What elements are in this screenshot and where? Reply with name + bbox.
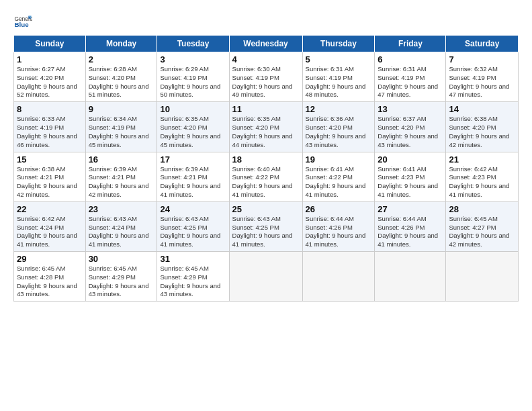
day-number: 26 — [306, 204, 372, 214]
day-detail: Sunrise: 6:44 AM Sunset: 4:26 PM Dayligh… — [378, 215, 438, 248]
calendar-cell: 20Sunrise: 6:41 AM Sunset: 4:23 PM Dayli… — [375, 152, 446, 201]
day-detail: Sunrise: 6:40 AM Sunset: 4:22 PM Dayligh… — [232, 165, 293, 198]
day-number: 11 — [232, 104, 300, 114]
day-detail: Sunrise: 6:38 AM Sunset: 4:20 PM Dayligh… — [449, 115, 509, 148]
day-number: 2 — [89, 54, 154, 64]
calendar-cell: 31Sunrise: 6:45 AM Sunset: 4:29 PM Dayli… — [157, 252, 229, 302]
day-detail: Sunrise: 6:43 AM Sunset: 4:25 PM Dayligh… — [160, 215, 220, 248]
calendar-cell: 11Sunrise: 6:35 AM Sunset: 4:20 PM Dayli… — [229, 102, 302, 152]
calendar-cell: 23Sunrise: 6:43 AM Sunset: 4:24 PM Dayli… — [85, 201, 157, 251]
calendar-cell: 22Sunrise: 6:42 AM Sunset: 4:24 PM Dayli… — [14, 201, 86, 251]
day-number: 4 — [232, 54, 300, 64]
calendar-cell: 14Sunrise: 6:38 AM Sunset: 4:20 PM Dayli… — [446, 102, 519, 152]
day-detail: Sunrise: 6:29 AM Sunset: 4:19 PM Dayligh… — [160, 65, 220, 98]
day-number: 5 — [306, 54, 372, 64]
calendar-cell: 21Sunrise: 6:42 AM Sunset: 4:23 PM Dayli… — [446, 152, 519, 201]
calendar-cell: 5Sunrise: 6:31 AM Sunset: 4:19 PM Daylig… — [302, 52, 375, 102]
day-number: 27 — [378, 204, 443, 214]
col-header-monday: Monday — [85, 36, 157, 52]
day-detail: Sunrise: 6:43 AM Sunset: 4:24 PM Dayligh… — [89, 215, 149, 248]
day-detail: Sunrise: 6:35 AM Sunset: 4:20 PM Dayligh… — [160, 115, 220, 148]
day-number: 22 — [17, 204, 83, 214]
day-detail: Sunrise: 6:31 AM Sunset: 4:19 PM Dayligh… — [306, 65, 366, 98]
day-number: 16 — [89, 154, 154, 165]
day-number: 24 — [160, 204, 226, 214]
day-number: 12 — [306, 104, 372, 114]
day-number: 21 — [449, 154, 515, 165]
calendar-cell: 29Sunrise: 6:45 AM Sunset: 4:28 PM Dayli… — [14, 252, 86, 302]
day-number: 13 — [378, 104, 443, 114]
day-detail: Sunrise: 6:43 AM Sunset: 4:25 PM Dayligh… — [232, 215, 293, 248]
calendar-cell: 1Sunrise: 6:27 AM Sunset: 4:20 PM Daylig… — [14, 52, 86, 102]
calendar-cell: 12Sunrise: 6:36 AM Sunset: 4:20 PM Dayli… — [302, 102, 375, 152]
col-header-tuesday: Tuesday — [157, 36, 229, 52]
calendar-cell: 17Sunrise: 6:39 AM Sunset: 4:21 PM Dayli… — [157, 152, 229, 201]
day-detail: Sunrise: 6:41 AM Sunset: 4:23 PM Dayligh… — [378, 165, 438, 198]
day-detail: Sunrise: 6:44 AM Sunset: 4:26 PM Dayligh… — [306, 215, 366, 248]
day-number: 3 — [160, 54, 226, 64]
day-number: 1 — [17, 54, 83, 64]
svg-text:Blue: Blue — [14, 21, 29, 28]
day-number: 28 — [449, 204, 515, 214]
calendar-cell — [446, 252, 519, 302]
week-row-5: 29Sunrise: 6:45 AM Sunset: 4:28 PM Dayli… — [14, 252, 519, 302]
day-detail: Sunrise: 6:42 AM Sunset: 4:23 PM Dayligh… — [449, 165, 509, 198]
day-number: 19 — [306, 154, 372, 165]
col-header-sunday: Sunday — [14, 36, 86, 52]
day-detail: Sunrise: 6:39 AM Sunset: 4:21 PM Dayligh… — [89, 165, 149, 198]
day-detail: Sunrise: 6:28 AM Sunset: 4:20 PM Dayligh… — [89, 65, 149, 98]
calendar-cell: 28Sunrise: 6:45 AM Sunset: 4:27 PM Dayli… — [446, 201, 519, 251]
calendar-cell: 15Sunrise: 6:38 AM Sunset: 4:21 PM Dayli… — [14, 152, 86, 201]
calendar-cell — [302, 252, 375, 302]
col-header-thursday: Thursday — [302, 36, 375, 52]
calendar-cell — [229, 252, 302, 302]
day-detail: Sunrise: 6:45 AM Sunset: 4:28 PM Dayligh… — [17, 265, 77, 298]
calendar-cell: 7Sunrise: 6:32 AM Sunset: 4:19 PM Daylig… — [446, 52, 519, 102]
calendar-cell — [375, 252, 446, 302]
day-detail: Sunrise: 6:36 AM Sunset: 4:20 PM Dayligh… — [306, 115, 366, 148]
calendar-cell: 8Sunrise: 6:33 AM Sunset: 4:19 PM Daylig… — [14, 102, 86, 152]
week-row-4: 22Sunrise: 6:42 AM Sunset: 4:24 PM Dayli… — [14, 201, 519, 251]
day-number: 20 — [378, 154, 443, 165]
calendar-cell: 4Sunrise: 6:30 AM Sunset: 4:19 PM Daylig… — [229, 52, 302, 102]
day-detail: Sunrise: 6:31 AM Sunset: 4:19 PM Dayligh… — [378, 65, 438, 98]
day-number: 31 — [160, 254, 226, 264]
day-detail: Sunrise: 6:30 AM Sunset: 4:19 PM Dayligh… — [232, 65, 293, 98]
day-detail: Sunrise: 6:37 AM Sunset: 4:20 PM Dayligh… — [378, 115, 438, 148]
col-header-saturday: Saturday — [446, 36, 519, 52]
day-number: 17 — [160, 154, 226, 165]
calendar-cell: 10Sunrise: 6:35 AM Sunset: 4:20 PM Dayli… — [157, 102, 229, 152]
calendar-cell: 13Sunrise: 6:37 AM Sunset: 4:20 PM Dayli… — [375, 102, 446, 152]
day-number: 7 — [449, 54, 515, 64]
calendar-cell: 2Sunrise: 6:28 AM Sunset: 4:20 PM Daylig… — [85, 52, 157, 102]
day-number: 29 — [17, 254, 83, 264]
calendar-cell: 3Sunrise: 6:29 AM Sunset: 4:19 PM Daylig… — [157, 52, 229, 102]
top-row: General Blue — [13, 12, 519, 32]
day-detail: Sunrise: 6:33 AM Sunset: 4:19 PM Dayligh… — [17, 115, 77, 148]
calendar-cell: 19Sunrise: 6:41 AM Sunset: 4:22 PM Dayli… — [302, 152, 375, 201]
day-number: 15 — [17, 154, 83, 165]
calendar-cell: 6Sunrise: 6:31 AM Sunset: 4:19 PM Daylig… — [375, 52, 446, 102]
day-number: 8 — [17, 104, 83, 114]
day-detail: Sunrise: 6:38 AM Sunset: 4:21 PM Dayligh… — [17, 165, 77, 198]
day-detail: Sunrise: 6:45 AM Sunset: 4:29 PM Dayligh… — [160, 265, 220, 298]
calendar-cell: 25Sunrise: 6:43 AM Sunset: 4:25 PM Dayli… — [229, 201, 302, 251]
day-number: 14 — [449, 104, 515, 114]
day-detail: Sunrise: 6:39 AM Sunset: 4:21 PM Dayligh… — [160, 165, 220, 198]
header-row: SundayMondayTuesdayWednesdayThursdayFrid… — [14, 36, 519, 52]
day-detail: Sunrise: 6:35 AM Sunset: 4:20 PM Dayligh… — [232, 115, 293, 148]
day-number: 9 — [89, 104, 154, 114]
calendar-cell: 30Sunrise: 6:45 AM Sunset: 4:29 PM Dayli… — [85, 252, 157, 302]
col-header-wednesday: Wednesday — [229, 36, 302, 52]
day-detail: Sunrise: 6:32 AM Sunset: 4:19 PM Dayligh… — [449, 65, 509, 98]
calendar-table: SundayMondayTuesdayWednesdayThursdayFrid… — [13, 35, 519, 302]
day-number: 23 — [89, 204, 154, 214]
day-number: 6 — [378, 54, 443, 64]
day-number: 18 — [232, 154, 300, 165]
week-row-3: 15Sunrise: 6:38 AM Sunset: 4:21 PM Dayli… — [14, 152, 519, 201]
day-number: 30 — [89, 254, 154, 264]
day-detail: Sunrise: 6:41 AM Sunset: 4:22 PM Dayligh… — [306, 165, 366, 198]
day-detail: Sunrise: 6:27 AM Sunset: 4:20 PM Dayligh… — [17, 65, 77, 98]
calendar-cell: 9Sunrise: 6:34 AM Sunset: 4:19 PM Daylig… — [85, 102, 157, 152]
calendar-cell: 24Sunrise: 6:43 AM Sunset: 4:25 PM Dayli… — [157, 201, 229, 251]
